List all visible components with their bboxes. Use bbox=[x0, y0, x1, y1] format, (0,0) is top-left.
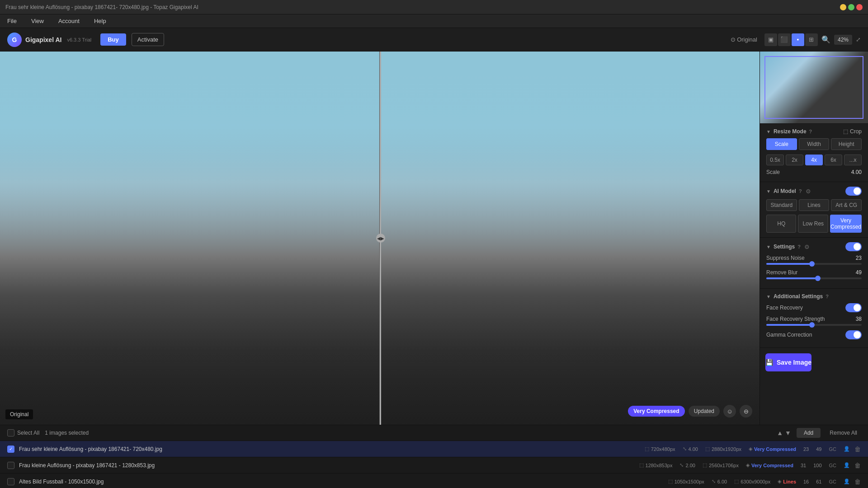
additional-help-icon[interactable]: ? bbox=[826, 294, 829, 299]
minimize-button[interactable] bbox=[840, 4, 846, 10]
nav-up-button[interactable]: ▲ bbox=[777, 429, 783, 436]
model-lines[interactable]: Lines bbox=[799, 199, 830, 211]
scale-2x[interactable]: 2x bbox=[786, 155, 803, 165]
quality-low-res[interactable]: Low Res bbox=[798, 215, 828, 233]
file-row[interactable]: Frau kleine Auflösung - pixabay 1867421 … bbox=[0, 457, 868, 474]
view-split-h-button[interactable]: ▪ bbox=[792, 33, 804, 46]
menu-account[interactable]: Account bbox=[55, 16, 83, 26]
menu-help[interactable]: Help bbox=[90, 16, 110, 26]
processed-overlay bbox=[380, 52, 760, 425]
gamma-correction-label: Gamma Correction bbox=[766, 332, 812, 338]
remove-blur-label: Remove Blur bbox=[766, 269, 797, 276]
badge-icon-btn2[interactable]: ⊖ bbox=[740, 405, 752, 418]
menu-view[interactable]: View bbox=[28, 16, 47, 26]
settings-help-icon[interactable]: ? bbox=[797, 244, 801, 249]
file-checkbox-2[interactable] bbox=[7, 462, 14, 469]
gamma-correction-toggle[interactable] bbox=[845, 330, 862, 339]
nav-arrows: ▲ ▼ bbox=[777, 429, 791, 436]
maximize-button[interactable] bbox=[848, 4, 854, 10]
zoom-out-icon[interactable]: 🔍 bbox=[821, 35, 830, 44]
remove-blur-track[interactable] bbox=[766, 277, 862, 279]
settings-toggle[interactable] bbox=[845, 242, 862, 251]
buy-button[interactable]: Buy bbox=[100, 33, 126, 46]
file-checkbox-3[interactable] bbox=[7, 478, 14, 485]
scale-4x[interactable]: 4x bbox=[805, 155, 823, 165]
badge-icon-btn1[interactable]: ☺ bbox=[723, 405, 736, 418]
save-label: Save Image bbox=[777, 359, 811, 366]
noise-2: 31 bbox=[801, 463, 806, 468]
ai-model-toggle[interactable] bbox=[845, 187, 862, 196]
scale-mode-width[interactable]: Width bbox=[799, 138, 830, 150]
close-button[interactable] bbox=[856, 4, 863, 10]
file-delete-3[interactable]: 🗑 bbox=[854, 478, 861, 485]
ai-settings-icon[interactable]: ⚙ bbox=[806, 188, 811, 195]
ai-model-2: ◈ Very Compressed bbox=[746, 462, 793, 468]
nav-down-button[interactable]: ▼ bbox=[785, 429, 791, 436]
zoom-expand-icon[interactable]: ⤢ bbox=[856, 36, 861, 43]
file-checkbox-1[interactable]: ✓ bbox=[7, 446, 14, 453]
quality-hq[interactable]: HQ bbox=[766, 215, 796, 233]
file-meta-1: ⬚ 720x480px ⤡ 4.00 ⬚ 2880x1920px ◈ Very … bbox=[645, 446, 850, 452]
out-res-3: ⬚ 6300x9000px bbox=[734, 479, 770, 484]
ai-model-value-1: Very Compressed bbox=[754, 446, 796, 452]
remove-all-button[interactable]: Remove All bbox=[826, 428, 861, 438]
select-all-row[interactable]: Select All bbox=[7, 429, 39, 436]
add-button[interactable]: Add bbox=[797, 428, 821, 438]
person-icon-1: 👤 bbox=[844, 446, 850, 452]
model-standard[interactable]: Standard bbox=[766, 199, 797, 211]
view-single-button[interactable]: ▣ bbox=[764, 33, 777, 46]
src-res-3: ⬚ 1050x1500px bbox=[668, 479, 704, 484]
suppress-noise-track[interactable] bbox=[766, 263, 862, 265]
original-label: Original bbox=[5, 409, 33, 419]
src-icon-2: ⬚ bbox=[639, 462, 644, 468]
resize-help-icon[interactable]: ? bbox=[809, 129, 812, 134]
file-delete-1[interactable]: 🗑 bbox=[854, 446, 861, 453]
window-controls bbox=[840, 4, 863, 10]
suppress-noise-fill bbox=[766, 263, 812, 265]
ai-help-icon[interactable]: ? bbox=[799, 188, 802, 194]
scale-mode-height[interactable]: Height bbox=[831, 138, 862, 150]
view-grid-button[interactable]: ⊞ bbox=[805, 33, 818, 46]
activate-button[interactable]: Activate bbox=[132, 33, 164, 46]
select-all-checkbox[interactable] bbox=[7, 429, 14, 436]
view-split-v-button[interactable]: ⬛ bbox=[778, 33, 791, 46]
save-icon: 💾 bbox=[765, 359, 773, 366]
scale-mode-scale[interactable]: Scale bbox=[766, 138, 797, 150]
face-recovery-toggle[interactable] bbox=[845, 303, 862, 312]
canvas-area[interactable]: Original ◀▶ Very Compressed Updated ☺ ⊖ bbox=[0, 52, 760, 425]
noise-1: 23 bbox=[803, 446, 809, 452]
face-recovery-strength-fill bbox=[766, 324, 812, 326]
menu-file[interactable]: File bbox=[4, 16, 20, 26]
status-overlay: Very Compressed Updated ☺ ⊖ bbox=[628, 405, 752, 418]
model-art-cg[interactable]: Art & CG bbox=[831, 199, 862, 211]
menu-bar: File View Account Help bbox=[0, 14, 868, 28]
quality-very-compressed[interactable]: Very Compressed bbox=[830, 215, 862, 233]
file-list-area: Select All 1 images selected ▲ ▼ Add Rem… bbox=[0, 425, 868, 488]
face-recovery-strength-row: Face Recovery Strength 38 bbox=[766, 316, 862, 326]
ai-model-header: ▼ AI Model ? ⚙ bbox=[766, 187, 862, 196]
ai-icon-1: ◈ bbox=[749, 446, 752, 452]
scale-custom[interactable]: ...x bbox=[844, 155, 862, 165]
canvas-split: Original ◀▶ bbox=[0, 52, 760, 425]
suppress-noise-label: Suppress Noise bbox=[766, 255, 805, 261]
face-recovery-strength-track[interactable] bbox=[766, 324, 862, 326]
app-version: v6.3.3 Trial bbox=[67, 37, 91, 42]
suppress-noise-thumb[interactable] bbox=[809, 261, 815, 267]
original-toggle[interactable]: ⊙ Original bbox=[727, 34, 761, 45]
original-overlay bbox=[0, 52, 379, 425]
save-image-button[interactable]: 💾 Save Image bbox=[765, 353, 811, 371]
file-delete-2[interactable]: 🗑 bbox=[854, 462, 861, 469]
scale-6x[interactable]: 6x bbox=[825, 155, 842, 165]
settings-gear-icon[interactable]: ⚙ bbox=[804, 244, 810, 250]
split-divider[interactable]: ◀▶ bbox=[380, 52, 381, 425]
file-list: ✓ Frau sehr kleine Auflösung - pixabay 1… bbox=[0, 441, 868, 488]
suppress-noise-value: 23 bbox=[856, 255, 862, 261]
remove-blur-thumb[interactable] bbox=[815, 276, 821, 281]
file-row[interactable]: Altes Bild Fussball - 1050x1500.jpg ⬚ 10… bbox=[0, 474, 868, 488]
face-recovery-strength-thumb[interactable] bbox=[809, 322, 815, 328]
scale-icon-2: ⤡ bbox=[679, 462, 684, 468]
file-row[interactable]: ✓ Frau sehr kleine Auflösung - pixabay 1… bbox=[0, 441, 868, 457]
scale-0-5x[interactable]: 0.5x bbox=[766, 155, 784, 165]
remove-blur-value: 49 bbox=[856, 269, 862, 276]
crop-button[interactable]: ⬚ Crop bbox=[843, 128, 862, 135]
